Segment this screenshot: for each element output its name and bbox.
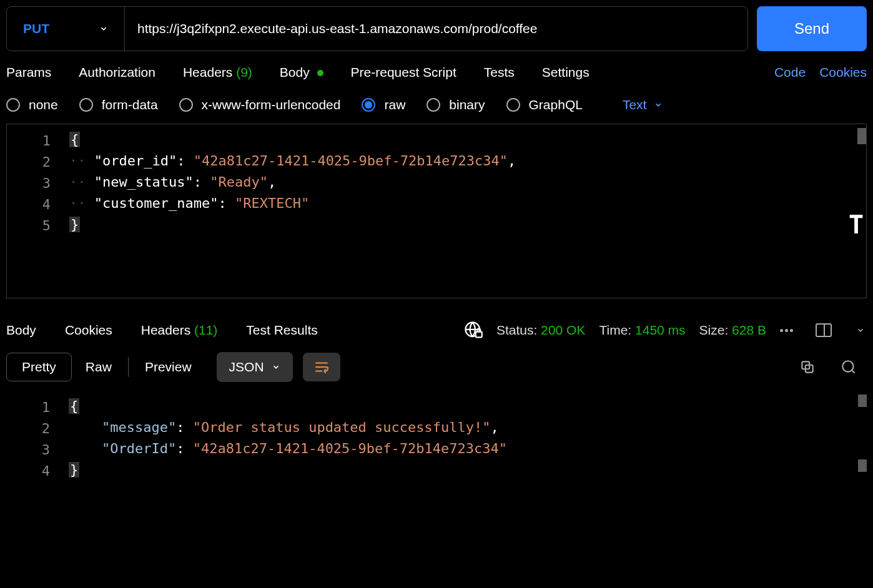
response-tab-body[interactable]: Body xyxy=(6,323,36,338)
cursor-indicator-icon: T xyxy=(849,210,864,239)
radio-icon xyxy=(79,98,93,112)
chevron-down-icon xyxy=(272,363,280,371)
chevron-down-icon xyxy=(854,326,867,335)
tab-headers-label: Headers xyxy=(183,65,232,79)
tab-headers[interactable]: Headers (9) xyxy=(183,65,252,80)
svg-rect-1 xyxy=(476,332,482,338)
line-gutter: 12345 xyxy=(7,124,69,298)
scrollbar-thumb[interactable] xyxy=(857,128,866,144)
divider xyxy=(128,357,129,377)
more-actions-button[interactable] xyxy=(780,329,793,332)
response-body-editor[interactable]: 1234 { "message": "Order status updated … xyxy=(6,391,867,491)
body-type-binary[interactable]: binary xyxy=(427,97,485,112)
body-type-urlencoded[interactable]: x-www-form-urlencoded xyxy=(179,97,341,112)
tab-headers-count: (9) xyxy=(236,65,252,79)
body-type-raw[interactable]: raw xyxy=(362,97,405,112)
svg-point-6 xyxy=(842,361,853,371)
chevron-down-icon xyxy=(654,100,663,109)
body-type-formdata[interactable]: form-data xyxy=(79,97,158,112)
panel-icon xyxy=(816,323,832,337)
green-dot-icon xyxy=(317,70,323,76)
globe-lock-icon xyxy=(464,321,483,340)
view-preview-button[interactable]: Preview xyxy=(131,353,205,381)
scrollbar-thumb[interactable] xyxy=(858,394,867,407)
chevron-down-icon xyxy=(99,24,108,33)
tab-body-label: Body xyxy=(280,65,310,79)
format-label: JSON xyxy=(229,360,264,375)
send-button[interactable]: Send xyxy=(757,6,867,51)
request-tabs: Params Authorization Headers (9) Body Pr… xyxy=(0,57,873,94)
body-type-label: x-www-form-urlencoded xyxy=(202,97,341,112)
view-toolbar: Pretty Raw Preview JSON xyxy=(0,350,873,391)
radio-icon xyxy=(6,98,20,112)
view-raw-button[interactable]: Raw xyxy=(72,353,126,381)
body-type-label: binary xyxy=(449,97,485,112)
request-body-editor[interactable]: 12345 { ·· "order_id": "42a81c27-1421-40… xyxy=(6,124,867,298)
status-value: 200 OK xyxy=(541,323,585,337)
body-type-label: none xyxy=(29,97,58,112)
code-area[interactable]: { "message": "Order status updated succe… xyxy=(69,391,867,491)
scrollbar-thumb[interactable] xyxy=(858,459,867,472)
tab-body[interactable]: Body xyxy=(280,65,323,80)
tab-tests[interactable]: Tests xyxy=(484,65,515,80)
size-value: 628 B xyxy=(732,323,766,337)
response-tabs: Body Cookies Headers (11) Test Results S… xyxy=(0,316,873,350)
code-area[interactable]: { ·· "order_id": "42a81c27-1421-4025-9be… xyxy=(69,124,866,298)
format-selector[interactable]: JSON xyxy=(217,352,293,382)
method-label: PUT xyxy=(23,21,49,36)
response-tab-headers-label: Headers xyxy=(141,323,190,337)
status-label: Status: xyxy=(496,323,537,337)
body-type-graphql[interactable]: GraphQL xyxy=(506,97,583,112)
time-value: 1450 ms xyxy=(635,323,686,337)
url-box: PUT xyxy=(6,6,748,51)
radio-selected-icon xyxy=(362,98,375,112)
panel-layout-button[interactable] xyxy=(816,323,832,337)
radio-icon xyxy=(427,98,440,112)
time-label: Time: xyxy=(599,323,631,337)
body-type-label: raw xyxy=(384,97,405,112)
tab-authorization[interactable]: Authorization xyxy=(79,65,155,80)
wrap-icon xyxy=(313,359,330,375)
radio-icon xyxy=(179,98,193,112)
search-icon xyxy=(841,359,857,375)
search-button[interactable] xyxy=(841,359,857,375)
tab-settings[interactable]: Settings xyxy=(542,65,589,80)
body-format-selector[interactable]: Text xyxy=(623,97,663,112)
response-tab-headers[interactable]: Headers (11) xyxy=(141,323,218,338)
tab-params[interactable]: Params xyxy=(6,65,51,80)
body-type-label: GraphQL xyxy=(529,97,583,112)
size-label: Size: xyxy=(699,323,729,337)
url-input[interactable] xyxy=(125,7,747,51)
method-selector[interactable]: PUT xyxy=(7,7,125,51)
tab-prerequest[interactable]: Pre-request Script xyxy=(351,65,456,80)
collapse-response-button[interactable] xyxy=(854,326,867,335)
body-type-row: none form-data x-www-form-urlencoded raw… xyxy=(0,94,873,124)
body-type-label: form-data xyxy=(102,97,158,112)
response-tab-headers-count: (11) xyxy=(194,323,217,337)
wrap-lines-button[interactable] xyxy=(303,353,340,381)
line-gutter: 1234 xyxy=(6,391,69,491)
copy-button[interactable] xyxy=(799,359,816,375)
cookies-link[interactable]: Cookies xyxy=(819,65,867,80)
code-link[interactable]: Code xyxy=(774,65,806,80)
copy-icon xyxy=(799,359,816,375)
response-tab-cookies[interactable]: Cookies xyxy=(65,323,112,338)
body-type-none[interactable]: none xyxy=(6,97,58,112)
view-pretty-button[interactable]: Pretty xyxy=(6,353,72,381)
body-format-label: Text xyxy=(623,97,647,112)
svg-line-7 xyxy=(852,370,854,373)
radio-icon xyxy=(506,98,520,112)
status-info: Status: 200 OK Time: 1450 ms Size: 628 B xyxy=(464,321,867,340)
response-tab-testresults[interactable]: Test Results xyxy=(246,323,317,338)
dots-icon xyxy=(780,329,793,332)
